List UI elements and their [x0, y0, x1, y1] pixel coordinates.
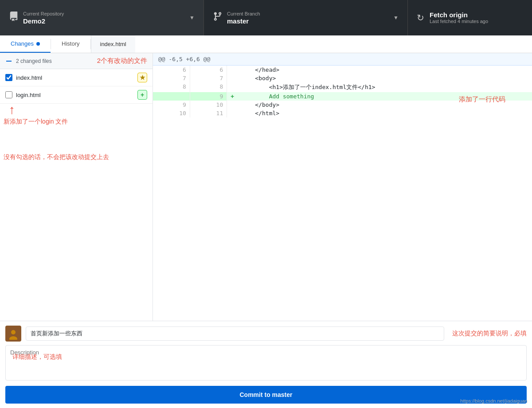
diff-row-6: 10 11 </html>: [153, 109, 532, 117]
changes-dot-indicator: [36, 42, 40, 46]
file-checkbox-login[interactable]: [5, 91, 12, 98]
line-num-new-added: 9: [190, 92, 227, 101]
commit-summary-row: 这次提交的简要说明，必填: [5, 326, 527, 342]
user-avatar: [5, 326, 21, 342]
line-content-3: <h1>添加了一个index.html文件</h1>: [238, 82, 532, 92]
file-checkbox-index[interactable]: [5, 74, 12, 81]
changed-files-header: 2 changed files 2个有改动的文件: [0, 53, 153, 69]
line-num-new-6: 11: [190, 109, 227, 117]
history-tab-label: History: [62, 40, 79, 47]
bottom-panel: 这次提交的简要说明，必填 详细描述，可选填 Commit to master: [0, 321, 532, 408]
line-num-new-3: 8: [190, 82, 227, 92]
description-area: 详细描述，可选填: [5, 345, 527, 382]
diff-table: 6 6 </head> 7 7 <body> 8 8 <h1>添加了一: [153, 66, 532, 117]
commit-summary-input[interactable]: [26, 326, 444, 341]
tab-bar: Changes History index.html: [0, 35, 532, 53]
changed-files-annotation: 2个有改动的文件: [97, 57, 147, 65]
line-num-new-1: 6: [190, 66, 227, 74]
branch-chevron-icon: ▼: [393, 15, 399, 21]
repo-label: Current Repository: [23, 11, 185, 16]
description-textarea[interactable]: [5, 345, 527, 381]
added-code-annotation: 添加了一行代码: [459, 95, 505, 104]
app-header: Current Repository Demo2 ▼ Current Branc…: [0, 0, 532, 35]
file-list: index.html ★ login.html +: [0, 69, 153, 104]
branch-icon: [213, 12, 223, 24]
repo-icon: [9, 12, 19, 24]
file-badge-added: +: [137, 90, 147, 100]
svg-rect-0: [6, 61, 12, 62]
line-num-old-1: 6: [153, 66, 190, 74]
annotation-area-left: ↑ 新添加了一个login 文件 没有勾选的话，不会把该改动提交上去: [0, 104, 153, 321]
line-num-old-5: 9: [153, 101, 190, 109]
watermark: https://blog.csdn.net/jiadaiguan: [460, 398, 528, 404]
line-sign-1: [227, 66, 238, 74]
file-name-login: login.html: [16, 92, 134, 98]
login-annotation: 新添加了一个login 文件: [4, 117, 68, 126]
file-badge-modified: ★: [137, 73, 147, 82]
diff-row-2: 7 7 <body>: [153, 74, 532, 82]
line-num-old-2: 7: [153, 74, 190, 82]
file-item-login[interactable]: login.html +: [0, 86, 153, 104]
fetch-refresh-icon: ↻: [417, 12, 424, 23]
svg-point-2: [11, 330, 16, 334]
arrow-up-icon: ↑: [9, 104, 15, 116]
repo-chevron-icon: ▼: [189, 15, 195, 21]
file-item-index[interactable]: index.html ★: [0, 69, 153, 86]
left-panel: 2 changed files 2个有改动的文件 index.html ★ lo…: [0, 53, 153, 321]
changed-files-count: 2 changed files: [16, 58, 90, 64]
branch-name: master: [227, 17, 389, 25]
tab-history[interactable]: History: [51, 35, 90, 53]
line-sign-6: [227, 109, 238, 117]
fetch-label: Fetch origin: [430, 11, 523, 19]
branch-text: Current Branch master: [227, 11, 389, 25]
current-repo-section[interactable]: Current Repository Demo2 ▼: [0, 0, 204, 35]
line-content-6: </html>: [238, 109, 532, 117]
tab-file[interactable]: index.html: [91, 35, 135, 53]
file-name-index: index.html: [16, 74, 134, 81]
collapse-button[interactable]: [5, 58, 12, 65]
line-sign-added: +: [227, 92, 238, 101]
right-panel: @@ -6,5 +6,6 @@ 6 6 </head> 7 7 <body> 8: [153, 53, 532, 321]
repo-name: Demo2: [23, 17, 185, 25]
fetch-origin-section[interactable]: ↻ Fetch origin Last fetched 4 minutes ag…: [408, 0, 532, 35]
main-content: 2 changed files 2个有改动的文件 index.html ★ lo…: [0, 53, 532, 321]
diff-row-1: 6 6 </head>: [153, 66, 532, 74]
line-content-1: </head>: [238, 66, 532, 74]
line-sign-3: [227, 82, 238, 92]
diff-row-3: 8 8 <h1>添加了一个index.html文件</h1>: [153, 82, 532, 92]
line-num-old-3: 8: [153, 82, 190, 92]
summary-annotation: 这次提交的简要说明，必填: [452, 330, 527, 338]
file-tab-label: index.html: [100, 41, 126, 47]
line-sign-2: [227, 74, 238, 82]
fetch-text: Fetch origin Last fetched 4 minutes ago: [430, 11, 523, 25]
tab-changes[interactable]: Changes: [0, 35, 51, 53]
current-branch-section[interactable]: Current Branch master ▼: [204, 0, 408, 35]
changes-tab-label: Changes: [11, 40, 34, 47]
line-num-new-2: 7: [190, 74, 227, 82]
line-num-old-6: 10: [153, 109, 190, 117]
unchecked-annotation: 没有勾选的话，不会把该改动提交上去: [4, 152, 149, 162]
line-num-old-added: [153, 92, 190, 101]
branch-label: Current Branch: [227, 11, 389, 16]
fetch-sub: Last fetched 4 minutes ago: [430, 19, 523, 24]
line-num-new-5: 10: [190, 101, 227, 109]
commit-button[interactable]: Commit to master: [5, 386, 527, 404]
repo-text: Current Repository Demo2: [23, 11, 185, 25]
line-sign-5: [227, 101, 238, 109]
diff-header: @@ -6,5 +6,6 @@: [153, 53, 532, 66]
line-content-2: <body>: [238, 74, 532, 82]
